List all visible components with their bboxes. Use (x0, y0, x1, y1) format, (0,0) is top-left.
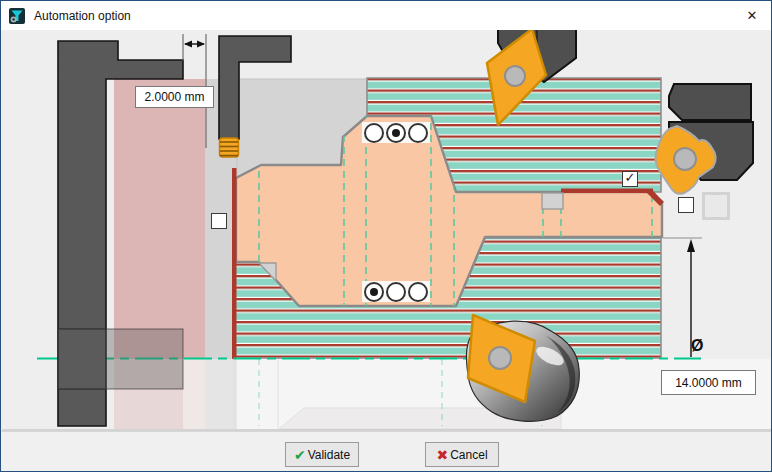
radio-group-top (362, 122, 430, 143)
radio-top-3[interactable] (408, 123, 428, 143)
gap-dimension-field[interactable]: 2.0000 mm (135, 86, 214, 108)
footer-bar: ✔ Validate ✖ Cancel (1, 431, 771, 472)
check-icon: ✔ (294, 448, 306, 462)
color-swatch-button[interactable] (702, 192, 730, 220)
radio-bottom-2[interactable] (386, 282, 406, 302)
close-icon[interactable]: ✕ (741, 5, 763, 25)
radio-bottom-1[interactable] (364, 282, 384, 302)
dialog-title: Automation option (34, 9, 131, 23)
right-tool-checkbox[interactable]: ✓ (622, 171, 638, 187)
cancel-label: Cancel (450, 448, 487, 462)
diameter-symbol: Ø (691, 337, 703, 355)
turning-tool-right (655, 84, 753, 194)
diameter-dimension-value: 14.0000 mm (675, 376, 742, 390)
diameter-dimension-field[interactable]: 14.0000 mm (661, 370, 756, 395)
validate-button[interactable]: ✔ Validate (285, 442, 359, 467)
automation-option-dialog: Automation option ✕ 2.0000 mm Ø 14.0000 … (0, 0, 772, 472)
validate-label: Validate (308, 448, 350, 462)
radio-top-2[interactable] (386, 123, 406, 143)
gap-dimension-value: 2.0000 mm (144, 90, 204, 104)
machining-preview-canvas (1, 1, 772, 472)
diameter-option-checkbox[interactable]: ✓ (678, 197, 694, 213)
left-option-checkbox[interactable]: ✓ (211, 213, 227, 229)
radio-group-bottom (362, 281, 430, 302)
radio-bottom-3[interactable] (408, 282, 428, 302)
cross-icon: ✖ (436, 448, 448, 462)
title-bar: Automation option ✕ (1, 1, 771, 30)
cancel-button[interactable]: ✖ Cancel (425, 442, 499, 467)
radio-top-1[interactable] (364, 123, 384, 143)
app-icon (9, 8, 25, 24)
